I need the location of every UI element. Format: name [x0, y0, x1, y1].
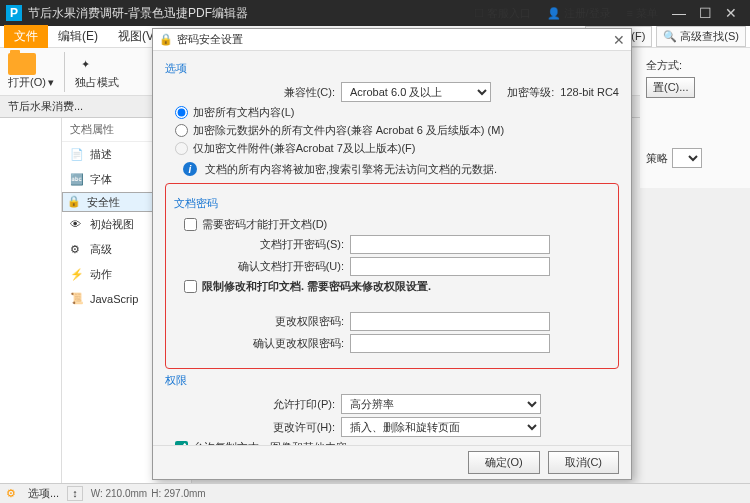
- gear-icon[interactable]: ⚙: [6, 487, 20, 501]
- allow-print-select[interactable]: 高分辨率: [341, 394, 541, 414]
- perm-password-input[interactable]: [350, 312, 550, 331]
- open-label[interactable]: 打开(O)▾: [8, 75, 54, 90]
- exclusive-mode-icon[interactable]: ✦: [75, 53, 97, 75]
- encrypt-attachments-radio: 仅加密文件附件(兼容Acrobat 7及以上版本)(F): [175, 141, 619, 156]
- open-pwd-confirm-label: 确认文档打开密码(U):: [174, 259, 344, 274]
- dialog-footer: 确定(O) 取消(C): [153, 445, 631, 479]
- password-section-highlight: 文档密码 需要密码才能打开文档(D) 文档打开密码(S): 确认文档打开密码(U…: [165, 183, 619, 369]
- lock-icon: 🔒: [159, 33, 173, 46]
- statusbar: ⚙ 选项... ↕ W: 210.0mm H: 297.0mm: [0, 483, 750, 503]
- page-width: W: 210.0mm: [91, 488, 148, 499]
- menu-file[interactable]: 文件: [4, 25, 48, 48]
- perm-password-confirm-input[interactable]: [350, 334, 550, 353]
- dialog-close-button[interactable]: ✕: [613, 32, 625, 48]
- cancel-button[interactable]: 取消(C): [548, 451, 619, 474]
- options-link[interactable]: 选项...: [28, 486, 59, 501]
- section-options: 选项: [165, 61, 619, 76]
- allow-change-label: 更改许可(H):: [165, 420, 335, 435]
- compat-select[interactable]: Acrobat 6.0 及以上: [341, 82, 491, 102]
- dialog-title: 密码安全设置: [177, 32, 243, 47]
- dialog-titlebar: 🔒 密码安全设置 ✕: [153, 29, 631, 51]
- page-height: H: 297.0mm: [151, 488, 205, 499]
- minimize-button[interactable]: —: [666, 3, 692, 23]
- section-permissions: 权限: [165, 373, 619, 388]
- open-pwd-label: 文档打开密码(S):: [174, 237, 344, 252]
- ok-button[interactable]: 确定(O): [468, 451, 540, 474]
- open-password-input[interactable]: [350, 235, 550, 254]
- window-title: 节后水果消费调研-背景色迅捷PDF编辑器: [28, 5, 466, 22]
- policy-label: 策略: [646, 151, 668, 166]
- maximize-button[interactable]: ☐: [692, 3, 718, 23]
- require-open-password-check[interactable]: 需要密码才能打开文档(D): [184, 217, 610, 232]
- encrypt-all-radio[interactable]: 加密所有文档内容(L): [175, 105, 619, 120]
- close-button[interactable]: ✕: [718, 3, 744, 23]
- exclusive-mode-label: 独占模式: [75, 75, 119, 90]
- allow-change-select[interactable]: 插入、删除和旋转页面: [341, 417, 541, 437]
- compat-label: 兼容性(C):: [165, 85, 335, 100]
- advanced-find-button[interactable]: 🔍高级查找(S): [656, 26, 746, 47]
- info-text: 文档的所有内容将被加密,搜索引擎将无法访问文档的元数据.: [205, 162, 497, 177]
- allow-print-label: 允许打印(P):: [165, 397, 335, 412]
- menu-edit[interactable]: 编辑(E): [48, 25, 108, 48]
- password-security-dialog: 🔒 密码安全设置 ✕ 选项 兼容性(C): Acrobat 6.0 及以上 加密…: [152, 28, 632, 480]
- perm-pwd-confirm-label: 确认更改权限密码:: [174, 336, 344, 351]
- main-menu[interactable]: ≡菜单: [627, 6, 658, 21]
- restrict-permissions-check[interactable]: 限制修改和打印文档. 需要密码来修改权限设置.: [184, 279, 610, 294]
- enc-level-value: 128-bit RC4: [560, 86, 619, 98]
- open-folder-icon[interactable]: [8, 53, 36, 75]
- info-icon: i: [183, 162, 197, 176]
- encrypt-except-meta-radio[interactable]: 加密除元数据外的所有文件内容(兼容 Acrobat 6 及后续版本) (M): [175, 123, 619, 138]
- app-logo: P: [6, 5, 22, 21]
- perm-pwd-label: 更改权限密码:: [174, 314, 344, 329]
- titlebar: P 节后水果消费调研-背景色迅捷PDF编辑器 ☐客服入口 👤注册/登录 ≡菜单 …: [0, 0, 750, 26]
- section-doc-password: 文档密码: [174, 196, 610, 211]
- sec-mode-label: 全方式:: [646, 58, 682, 73]
- enc-level-label: 加密等级:: [507, 85, 554, 100]
- login-link[interactable]: 👤注册/登录: [547, 6, 611, 21]
- security-summary: 全方式: 置(C)... 策略: [640, 48, 750, 188]
- open-password-confirm-input[interactable]: [350, 257, 550, 276]
- settings-button[interactable]: 置(C)...: [646, 77, 695, 98]
- support-link[interactable]: ☐客服入口: [474, 6, 531, 21]
- policy-select[interactable]: [672, 148, 702, 168]
